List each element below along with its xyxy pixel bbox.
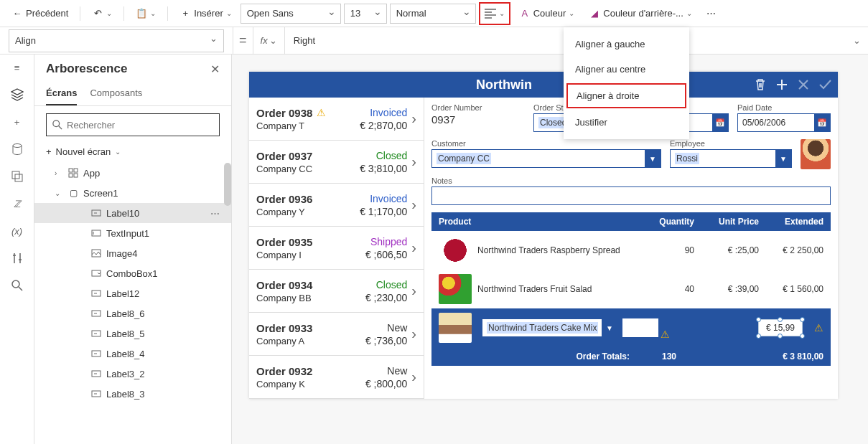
selection-handle[interactable] — [800, 334, 805, 339]
tree-item-textinput1[interactable]: TextInput1 — [34, 223, 231, 243]
more-button[interactable]: ⋯ — [701, 4, 722, 24]
select-customer[interactable]: Company CC▼ — [431, 149, 661, 168]
property-select[interactable]: Align — [9, 29, 224, 52]
media-icon[interactable] — [10, 169, 24, 184]
search-icon[interactable] — [10, 278, 24, 293]
plus-icon: + — [46, 146, 52, 157]
svg-rect-8 — [74, 174, 78, 177]
tools-icon[interactable] — [10, 251, 24, 265]
product-row[interactable]: Northwind Traders Fruit Salad 40 € :39,0… — [431, 270, 831, 308]
paste-button[interactable]: 📋⌄ — [130, 4, 162, 24]
select-product[interactable]: Northwind Traders Cake Mix▼ — [482, 318, 618, 337]
svg-rect-6 — [74, 169, 78, 172]
tree-item-screen1[interactable]: ⌄ ▢ Screen1 — [34, 183, 231, 203]
align-right-item[interactable]: Aligner à droite — [566, 83, 686, 108]
search-input[interactable] — [67, 120, 213, 131]
order-item[interactable]: Order 0937 Company CC Closed € 3;810,00 … — [249, 141, 424, 184]
label-icon — [90, 328, 102, 339]
close-icon[interactable] — [796, 77, 811, 92]
tree-item-label12[interactable]: Label12 — [34, 283, 231, 303]
app-frame: Northwin Order 0938 ⚠ Company T Invoiced… — [249, 72, 838, 399]
trash-icon[interactable] — [753, 77, 767, 92]
product-qty: 40 — [644, 284, 694, 294]
tree-item-label10[interactable]: Label10 ⋯ — [34, 203, 231, 223]
svg-rect-5 — [69, 169, 73, 172]
tree-item-image4[interactable]: Image4 — [34, 243, 231, 263]
tree-search[interactable] — [46, 113, 220, 136]
order-item[interactable]: Order 0938 ⚠ Company T Invoiced € 2;870,… — [249, 98, 424, 141]
order-item[interactable]: Order 0933 Company A New € ;736,00 › — [249, 313, 424, 356]
undo-button[interactable]: ↶⌄ — [86, 4, 118, 24]
close-icon[interactable]: ✕ — [210, 62, 220, 76]
data-icon[interactable] — [10, 142, 24, 156]
new-screen-button[interactable]: + Nouvel écran ⌄ — [34, 143, 231, 163]
font-size-select[interactable]: 13 — [344, 4, 387, 24]
variables-icon[interactable]: (x) — [10, 224, 24, 238]
input-notes[interactable] — [431, 186, 831, 205]
price-label-selected[interactable]: € 15,99 — [758, 319, 803, 336]
selection-handle[interactable] — [778, 317, 783, 322]
order-id: Order 0935 — [256, 236, 312, 248]
selection-handle[interactable] — [756, 317, 761, 322]
formula-expand-button[interactable]: ⌄ — [846, 35, 868, 46]
plus-icon[interactable] — [775, 77, 789, 92]
order-item[interactable]: Order 0935 Company I Shipped € ;606,50 › — [249, 227, 424, 270]
left-rail: ≡ + ℤ (x) — [0, 55, 34, 444]
selection-handle[interactable] — [756, 334, 761, 339]
align-button[interactable]: ⌄ — [479, 2, 510, 25]
tree-item-label8-3[interactable]: Label8_3 — [34, 384, 231, 404]
fx-label: fx⌄ — [253, 27, 285, 54]
tree-item-label: TextInput1 — [106, 228, 149, 239]
tree-item-app[interactable]: › App — [34, 163, 231, 183]
insert-button[interactable]: + Insérer ⌄ — [174, 4, 237, 24]
fill-icon: ◢ — [589, 8, 600, 19]
plus-icon[interactable]: + — [10, 115, 24, 129]
tree-item-combobox1[interactable]: ComboBox1 — [34, 263, 231, 283]
order-id: Order 0937 — [256, 150, 312, 162]
svg-point-3 — [12, 280, 19, 288]
tree-item-label: ComboBox1 — [106, 268, 158, 279]
font-weight-select[interactable]: Normal — [390, 4, 476, 24]
font-select[interactable]: Open Sans — [241, 4, 341, 24]
hamburger-icon[interactable]: ≡ — [10, 60, 24, 75]
scrollbar[interactable] — [224, 163, 231, 206]
select-employee[interactable]: Rossi▼ — [670, 149, 792, 168]
tree-item-label8-5[interactable]: Label8_5 — [34, 323, 231, 344]
order-item[interactable]: Order 0936 Company Y Invoiced € 1;170,00… — [249, 184, 424, 227]
check-icon[interactable] — [818, 77, 832, 92]
tree-item-label8-6[interactable]: Label8_6 — [34, 303, 231, 323]
combobox-icon — [90, 268, 102, 279]
order-item[interactable]: Order 0932 Company K New € ;800,00 › — [249, 356, 424, 399]
separator — [167, 6, 168, 21]
align-justify-item[interactable]: Justifier — [564, 110, 689, 135]
back-button[interactable]: ← Précédent — [6, 4, 74, 24]
align-center-item[interactable]: Aligner au centre — [564, 57, 689, 82]
order-company: Company I — [256, 250, 350, 260]
more-icon[interactable]: ⋯ — [210, 208, 220, 219]
layers-icon[interactable] — [10, 88, 24, 102]
selection-handle[interactable] — [800, 317, 805, 322]
product-row[interactable]: Northwind Traders Raspberry Spread 90 € … — [431, 231, 831, 270]
tree-item-label3-2[interactable]: Label3_2 — [34, 364, 231, 384]
totals-label: Order Totals: — [439, 351, 644, 362]
tab-screens[interactable]: Écrans — [46, 83, 77, 105]
value-order-number: 0937 — [431, 113, 525, 126]
product-qty: 90 — [644, 245, 694, 255]
align-left-item[interactable]: Aligner à gauche — [564, 32, 689, 57]
field-notes: Notes — [431, 176, 831, 205]
svg-rect-1 — [12, 171, 19, 179]
chevron-right-icon: › — [411, 326, 416, 342]
input-paid-date[interactable]: 05/06/2006📅 — [737, 113, 831, 132]
order-item[interactable]: Order 0934 Company BB Closed € ;230,00 › — [249, 270, 424, 313]
bg-color-button[interactable]: ◢ Couleur d'arrière-... ⌄ — [583, 4, 698, 24]
tree-item-label8-4[interactable]: Label8_4 — [34, 344, 231, 364]
align-menu: Aligner à gauche Aligner au centre Align… — [564, 27, 689, 139]
tree-item-label: Label10 — [106, 208, 139, 219]
insert-label: Insérer — [194, 8, 223, 19]
tab-components[interactable]: Composants — [90, 83, 142, 105]
input-quantity[interactable] — [622, 318, 658, 337]
warning-icon: ⚠ — [661, 329, 670, 340]
selection-handle[interactable] — [778, 334, 783, 339]
flow-icon[interactable]: ℤ — [10, 197, 24, 211]
font-color-button[interactable]: A Couleur ⌄ — [513, 4, 581, 24]
